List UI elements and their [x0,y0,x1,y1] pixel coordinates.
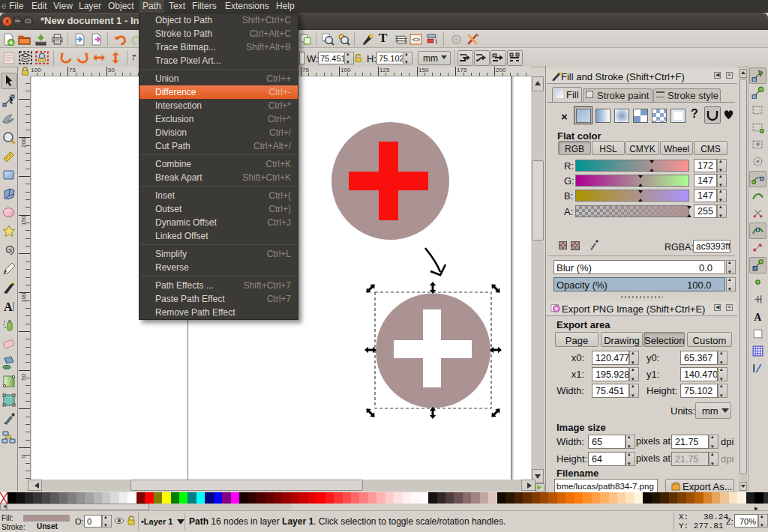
svg-text:A: A [4,300,13,313]
svg-text:A: A [754,312,761,323]
svg-text:<>: <> [412,35,421,43]
